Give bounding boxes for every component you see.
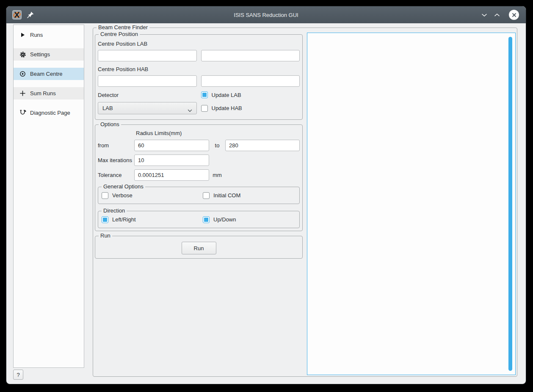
to-label: to	[209, 142, 225, 149]
centre-position-lab-label: Centre Position LAB	[98, 41, 300, 47]
close-button[interactable]	[509, 10, 519, 20]
chevron-down-icon	[188, 107, 192, 113]
sidebar-item-beam-centre[interactable]: Beam Centre	[14, 68, 84, 80]
titlebar: ISIS SANS Reduction GUI	[6, 6, 526, 23]
options-group: Options Radius Limits(mm) from to Max it…	[95, 124, 303, 231]
tolerance-label: Tolerance	[98, 172, 134, 178]
maximize-button[interactable]	[492, 10, 502, 20]
left-right-label: Left/Right	[112, 216, 136, 223]
tolerance-input[interactable]	[134, 169, 209, 181]
options-title: Options	[99, 121, 121, 127]
sidebar-item-diagnostic-page[interactable]: Diagnostic Page	[14, 107, 84, 119]
stethoscope-icon	[19, 109, 26, 116]
update-lab-label: Update LAB	[212, 92, 241, 98]
run-group: Run Run	[95, 236, 303, 259]
verbose-checkbox[interactable]	[102, 192, 108, 199]
centre-position-hab-label: Centre Position HAB	[98, 66, 300, 72]
radius-from-input[interactable]	[134, 140, 209, 151]
radius-limits-label: Radius Limits(mm)	[136, 130, 300, 136]
sidebar-item-runs[interactable]: Runs	[14, 29, 84, 41]
sidebar-item-label: Sum Runs	[30, 90, 56, 97]
beam-centre-finder-group: Beam Centre Finder Centre Position Centr…	[93, 28, 517, 377]
verbose-label: Verbose	[112, 192, 133, 199]
detector-select[interactable]: LAB	[98, 102, 197, 114]
from-label: from	[98, 142, 134, 149]
help-button[interactable]: ?	[13, 370, 23, 380]
sidebar-item-settings[interactable]: Settings	[14, 48, 84, 61]
play-triangle-icon	[19, 31, 26, 39]
direction-title: Direction	[102, 207, 127, 214]
update-hab-label: Update HAB	[212, 105, 242, 111]
update-lab-checkbox[interactable]	[201, 91, 208, 98]
run-title: Run	[99, 232, 112, 239]
up-down-checkbox[interactable]	[203, 216, 210, 223]
app-window: ISIS SANS Reduction GUI Runs	[6, 6, 526, 384]
window-title: ISIS SANS Reduction GUI	[6, 12, 526, 18]
run-button[interactable]: Run	[182, 242, 216, 254]
group-title: Beam Centre Finder	[97, 24, 149, 30]
direction-group: Direction Left/Right Up/Down	[98, 211, 300, 228]
left-right-checkbox[interactable]	[102, 216, 108, 223]
detector-selected-value: LAB	[102, 105, 113, 111]
target-icon	[19, 70, 26, 77]
centre-lab-y-input[interactable]	[201, 50, 300, 61]
initial-com-checkbox[interactable]	[203, 192, 210, 199]
centre-hab-y-input[interactable]	[201, 75, 300, 87]
scrollbar-thumb[interactable]	[508, 37, 512, 371]
general-options-group: General Options Verbose Initial COM	[98, 187, 300, 204]
centre-position-group: Centre Position Centre Position LAB Cent…	[95, 34, 303, 120]
max-iterations-label: Max iterations	[98, 157, 134, 163]
update-hab-checkbox[interactable]	[201, 105, 208, 112]
sidebar-item-label: Settings	[30, 51, 50, 58]
max-iterations-input[interactable]	[134, 155, 209, 166]
plot-panel	[307, 33, 516, 375]
sidebar-item-label: Runs	[30, 32, 43, 38]
sidebar: Runs Settings Beam Centre	[13, 25, 84, 368]
general-options-title: General Options	[102, 183, 145, 190]
sidebar-item-label: Diagnostic Page	[30, 110, 70, 116]
sidebar-item-label: Beam Centre	[30, 71, 63, 77]
centre-position-title: Centre Position	[99, 31, 140, 37]
up-down-label: Up/Down	[213, 216, 236, 223]
detector-label: Detector	[98, 92, 197, 98]
sidebar-item-sum-runs[interactable]: Sum Runs	[14, 87, 84, 99]
centre-hab-x-input[interactable]	[98, 75, 197, 87]
plus-icon	[19, 90, 26, 97]
minimize-button[interactable]	[479, 10, 489, 20]
centre-lab-x-input[interactable]	[98, 50, 197, 61]
radius-to-input[interactable]	[225, 140, 300, 151]
initial-com-label: Initial COM	[213, 192, 240, 199]
tolerance-unit-label: mm	[209, 172, 225, 178]
gear-icon	[19, 51, 26, 58]
